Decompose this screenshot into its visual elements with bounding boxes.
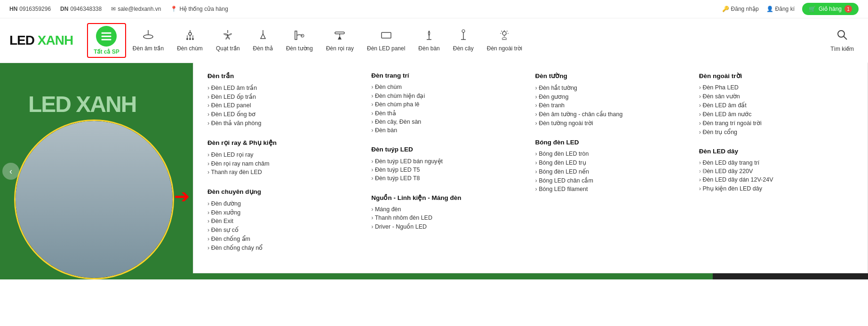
- menu-section-nguon: Nguồn - Linh kiện - Máng đèn Máng đèn Th…: [371, 194, 526, 231]
- list-item[interactable]: Đèn LED âm đất: [699, 101, 853, 110]
- email-item[interactable]: ✉ sale@ledxanh.vn: [111, 6, 161, 12]
- hero-logo: LED XANH: [28, 91, 136, 117]
- list-item[interactable]: Đèn cây, Đèn sàn: [371, 118, 526, 126]
- cart-icon: 🛒: [809, 6, 816, 12]
- list-item[interactable]: Đèn Exit: [207, 217, 362, 225]
- login-text: Đăng nhập: [731, 6, 759, 12]
- search-label: Tìm kiếm: [830, 46, 854, 52]
- nav-item-den-ngoai-troi[interactable]: Đèn ngoài trời: [480, 26, 529, 55]
- svg-point-36: [838, 31, 844, 37]
- list-item[interactable]: Đèn đường: [207, 199, 362, 208]
- list-item[interactable]: Đèn LED dây dán 12V-24V: [699, 175, 853, 184]
- nav-label-den-am-tran: Đèn âm trần: [133, 45, 164, 52]
- nav-item-den-tuong[interactable]: Đèn tường: [279, 26, 319, 55]
- svg-rect-0: [102, 32, 111, 34]
- list-item[interactable]: Thanh ray đèn LED: [207, 168, 362, 176]
- panel-icon: [380, 29, 392, 43]
- list-item[interactable]: Đèn bàn: [371, 126, 526, 135]
- list-item[interactable]: Đèn thả: [371, 109, 526, 118]
- list-item[interactable]: Đèn tường ngoài trời: [535, 119, 690, 127]
- nav-item-den-roi-ray[interactable]: Đèn rọi ray: [319, 26, 360, 55]
- nav-label-quat-tran: Quạt trần: [216, 45, 240, 52]
- nav-item-den-cay[interactable]: Đèn cây: [446, 26, 480, 55]
- list-item[interactable]: Đèn tuýp LED bán nguyệt: [371, 157, 526, 166]
- list-item[interactable]: Bóng LED chân cắm: [535, 176, 690, 185]
- logo[interactable]: LED XANH: [9, 33, 73, 48]
- svg-rect-19: [335, 32, 344, 34]
- list-item[interactable]: Đèn chùm hiện đại: [371, 91, 526, 100]
- menu-section-den-trang-tri: Đèn trang trí Đèn chùm Đèn chùm hiện đại…: [371, 72, 526, 135]
- list-item[interactable]: Đèn chống ẩm: [207, 234, 362, 243]
- menu-section-list-den-tuyp-led: Đèn tuýp LED bán nguyệt Đèn tuýp LED T5 …: [371, 157, 526, 183]
- list-item[interactable]: Đèn trụ cổng: [699, 127, 853, 136]
- carousel-prev-button[interactable]: ‹: [2, 163, 19, 180]
- pendant-icon: [257, 29, 269, 43]
- cart-button[interactable]: 🛒 Giỏ hàng 1: [802, 3, 859, 15]
- list-item[interactable]: Bóng LED filament: [535, 185, 690, 193]
- menu-section-title-den-roi-ray: Đèn rọi ray & Phụ kiện: [207, 139, 362, 146]
- nav-item-tat-ca-sp[interactable]: Tất cả SP: [87, 23, 126, 58]
- nav-item-den-led-panel[interactable]: Đèn LED panel: [360, 26, 412, 55]
- list-item[interactable]: Đèn chống cháy nổ: [207, 243, 362, 252]
- store-item[interactable]: 📍 Hệ thống cửa hàng: [170, 6, 228, 12]
- list-item[interactable]: Đèn tuýp LED T8: [371, 174, 526, 183]
- nav-item-den-tha[interactable]: Đèn thả: [247, 26, 279, 55]
- svg-rect-1: [102, 36, 111, 37]
- list-item[interactable]: Máng đèn: [371, 205, 526, 214]
- hn-phone[interactable]: HN 0916359296: [9, 6, 51, 12]
- login-item[interactable]: 🔑 Đăng nhập: [722, 6, 759, 12]
- list-item[interactable]: Phụ kiện đèn LED dây: [699, 184, 853, 193]
- list-item[interactable]: Đèn rọi ray nam châm: [207, 159, 362, 168]
- nav-item-den-am-tran[interactable]: Đèn âm trần: [126, 26, 170, 55]
- list-item[interactable]: Đèn xưởng: [207, 208, 362, 217]
- list-item[interactable]: Bóng đèn LED trụ: [535, 158, 690, 167]
- menu-section-den-tuong: Đèn tường Đèn hắt tường Đèn gương Đèn tr…: [535, 72, 690, 127]
- nav-item-den-ban[interactable]: Đèn bàn: [412, 26, 446, 55]
- list-item[interactable]: Đèn âm tường - chân cầu thang: [535, 110, 690, 119]
- menu-section-den-tran: Đèn trần Đèn LED âm trần Đèn LED ốp trần…: [207, 72, 362, 127]
- list-item[interactable]: Bóng đèn LED tròn: [535, 150, 690, 158]
- list-item[interactable]: Đèn LED panel: [207, 101, 362, 110]
- svg-marker-21: [338, 36, 342, 40]
- list-item[interactable]: Đèn sân vườn: [699, 92, 853, 101]
- register-icon: 👤: [766, 6, 773, 12]
- svg-point-3: [143, 35, 153, 39]
- nav-items: Tất cả SP Đèn âm trần Đèn chùm Quạt trần: [87, 23, 859, 58]
- list-item[interactable]: Đèn LED âm trần: [207, 83, 362, 92]
- list-item[interactable]: Đèn trang trí ngoài trời: [699, 119, 853, 127]
- nav-label-den-cay: Đèn cây: [453, 45, 474, 52]
- list-item[interactable]: Đèn hắt tường: [535, 83, 690, 92]
- list-item[interactable]: Đèn tranh: [535, 101, 690, 110]
- register-item[interactable]: 👤 Đăng kí: [766, 6, 795, 12]
- menu-section-den-ngoai-troi: Đèn ngoài trời Đèn Pha LED Đèn sân vườn …: [699, 72, 853, 136]
- list-item[interactable]: Đèn gương: [535, 92, 690, 101]
- list-item[interactable]: Bóng đèn LED nến: [535, 167, 690, 176]
- list-item[interactable]: Đèn LED âm nước: [699, 110, 853, 119]
- list-item[interactable]: Đèn chùm: [371, 83, 526, 91]
- menu-icon: [96, 26, 117, 47]
- list-item[interactable]: Đèn LED dây trang trí: [699, 159, 853, 167]
- list-item[interactable]: Đèn LED ống bơ: [207, 110, 362, 119]
- nav-label-den-ngoai-troi: Đèn ngoài trời: [487, 45, 522, 52]
- search-button[interactable]: Tìm kiếm: [826, 26, 859, 55]
- list-item[interactable]: Đèn Pha LED: [699, 83, 853, 92]
- list-item[interactable]: Đèn tuýp LED T5: [371, 166, 526, 174]
- list-item[interactable]: Đèn chùm pha lê: [371, 100, 526, 109]
- nav-item-den-chum[interactable]: Đèn chùm: [170, 26, 209, 55]
- worker-placeholder: [16, 121, 173, 278]
- carousel-next-button[interactable]: ›: [689, 163, 706, 180]
- list-item[interactable]: Đèn thả văn phòng: [207, 119, 362, 127]
- list-item[interactable]: Đèn LED rọi ray: [207, 150, 362, 159]
- menu-section-den-led-day: Đèn LED dây Đèn LED dây trang trí Đèn LE…: [699, 148, 853, 193]
- svg-point-28: [502, 32, 506, 35]
- menu-section-list-den-tran: Đèn LED âm trần Đèn LED ốp trần Đèn LED …: [207, 83, 362, 127]
- list-item[interactable]: Driver - Nguồn LED: [371, 222, 526, 231]
- hero-logo-text: LED: [28, 92, 71, 117]
- list-item[interactable]: Đèn LED ốp trần: [207, 92, 362, 101]
- nav-item-quat-tran[interactable]: Quạt trần: [209, 26, 247, 55]
- list-item[interactable]: Đèn sự cố: [207, 225, 362, 234]
- dn-phone[interactable]: DN 0946348338: [60, 6, 102, 12]
- list-item[interactable]: Thanh nhôm đèn LED: [371, 214, 526, 222]
- list-item[interactable]: Đèn LED dây 220V: [699, 167, 853, 175]
- mega-col-3: Đèn ngoài trời Đèn Pha LED Đèn sân vườn …: [699, 72, 853, 263]
